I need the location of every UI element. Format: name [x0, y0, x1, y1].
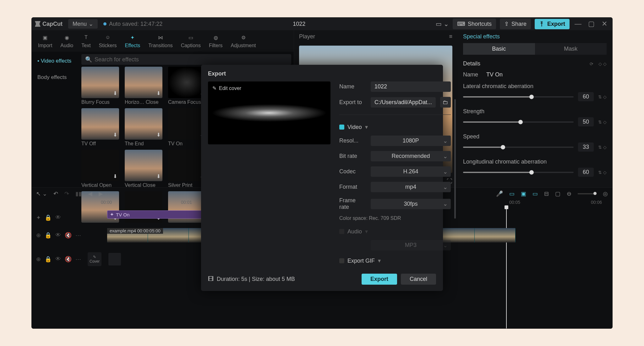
- scrollbar[interactable]: [454, 99, 456, 219]
- duration-label: Duration: 5s | Size: about 5 MB: [217, 276, 295, 282]
- checkbox-unchecked-icon: [339, 258, 344, 263]
- browse-folder-button[interactable]: 🗀: [440, 97, 451, 108]
- folder-icon: 🗀: [443, 99, 448, 106]
- checkbox-unchecked-icon: [339, 229, 344, 234]
- gif-section-toggle[interactable]: Export GIF ▾: [339, 257, 451, 264]
- export-dialog: Export ✎ Edit cover Name: [201, 65, 443, 291]
- codec-select[interactable]: H.264: [371, 166, 451, 177]
- resolution-select[interactable]: 1080P: [371, 136, 451, 146]
- framerate-select[interactable]: 30fps: [371, 199, 451, 209]
- audio-section-toggle[interactable]: Audio ▾: [339, 228, 451, 235]
- resolution-label: Resol...: [339, 137, 366, 144]
- bitrate-select[interactable]: Recommended: [371, 151, 451, 161]
- name-label: Name: [339, 83, 366, 90]
- pencil-icon: ✎: [212, 85, 216, 91]
- exportto-label: Export to: [339, 99, 366, 106]
- bitrate-label: Bit rate: [339, 153, 366, 159]
- cover-preview[interactable]: ✎ Edit cover: [208, 81, 330, 144]
- video-section-toggle[interactable]: Video ▾: [339, 124, 451, 131]
- dialog-title: Export: [208, 70, 436, 77]
- export-confirm-button[interactable]: Export: [362, 274, 397, 285]
- colorspace-label: Color space: Rec. 709 SDR: [339, 215, 451, 221]
- checkbox-checked-icon: [339, 125, 344, 130]
- format-select[interactable]: mp4: [371, 182, 451, 192]
- exportto-input[interactable]: C:/Users/adil/AppDat...: [371, 97, 436, 108]
- framerate-label: Frame rate: [339, 197, 366, 210]
- name-input[interactable]: 1022: [371, 81, 451, 92]
- codec-label: Codec: [339, 168, 366, 175]
- film-icon: 🎞: [208, 276, 214, 282]
- cancel-button[interactable]: Cancel: [401, 274, 436, 285]
- format-label: Format: [339, 184, 366, 190]
- audio-format-select[interactable]: MP3: [371, 240, 451, 250]
- edit-cover-button[interactable]: ✎ Edit cover: [212, 85, 241, 91]
